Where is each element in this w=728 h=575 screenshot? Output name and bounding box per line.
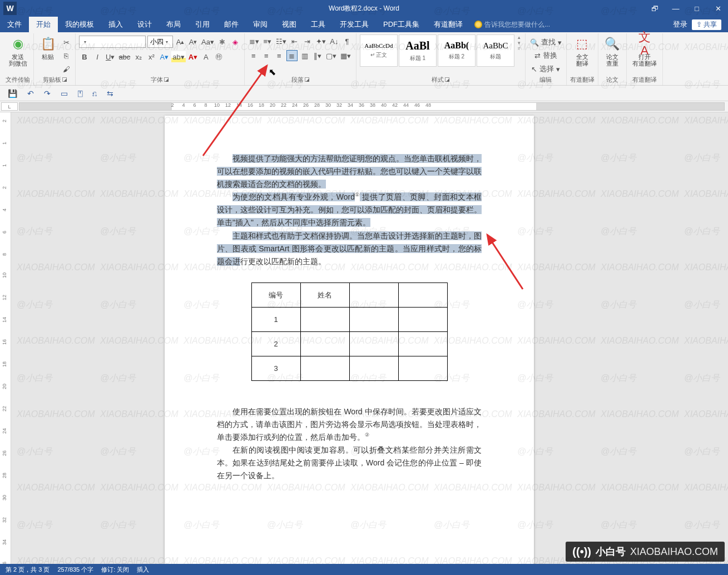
replace-button[interactable]: ⇄ 替换: [529, 50, 563, 61]
table-cell[interactable]: [398, 356, 447, 380]
document-table[interactable]: 编号姓名 1 2 3: [251, 282, 448, 381]
tab-developer[interactable]: 开发工具: [333, 17, 376, 32]
subscript-button[interactable]: x₂: [133, 51, 144, 62]
full-translate-button[interactable]: ⬚全文 翻译: [572, 34, 593, 68]
style-title[interactable]: AaBbC标题: [477, 34, 514, 67]
sort-button[interactable]: A↓: [329, 36, 340, 47]
style-heading1[interactable]: AaBl标题 1: [399, 34, 437, 67]
numbering-button[interactable]: ≡▾: [262, 36, 273, 47]
tab-pdf[interactable]: PDF工具集: [376, 17, 427, 32]
status-page[interactable]: 第 2 页，共 3 页: [6, 566, 49, 574]
qat-f3-button[interactable]: ⇆: [107, 89, 113, 98]
change-case-button[interactable]: Aa▾: [200, 36, 215, 47]
tell-me-box[interactable]: 告诉我您想要做什么...: [470, 17, 666, 32]
tab-youdao[interactable]: 有道翻译: [427, 17, 470, 32]
copy-button[interactable]: ⎘: [61, 50, 72, 61]
strike-button[interactable]: abc: [117, 51, 131, 62]
table-cell[interactable]: [398, 282, 447, 307]
selected-text[interactable]: 视频提供了功能强大的方法帮助您证明您的观点。当您单击联机视频时，可以在想要添加的…: [217, 154, 482, 189]
table-cell[interactable]: [349, 356, 398, 380]
justify-button[interactable]: ≣: [286, 50, 298, 61]
text-effects-button[interactable]: A▾: [159, 51, 170, 62]
status-wordcount[interactable]: 257/835 个字: [57, 566, 93, 574]
dialog-launcher-icon[interactable]: [445, 77, 449, 82]
table-cell[interactable]: 1: [251, 307, 300, 331]
body-paragraph[interactable]: 使用在需要位置出现的新按钮在 Word 中保存时间。若要更改图片适应文档的方式，…: [217, 405, 482, 444]
dialog-launcher-icon[interactable]: [164, 77, 169, 82]
multilevel-list-button[interactable]: ☷▾: [275, 36, 288, 47]
qat-f1-button[interactable]: ⍞: [78, 89, 82, 98]
shading-button[interactable]: ▢▾: [325, 50, 338, 61]
qat-undo-button[interactable]: ↶: [27, 89, 34, 98]
qat-redo-button[interactable]: ↷: [44, 89, 51, 98]
find-button[interactable]: 🔍 查找 ▾: [529, 37, 563, 48]
tab-review[interactable]: 审阅: [246, 17, 275, 32]
table-cell[interactable]: [398, 331, 447, 356]
table-cell[interactable]: [349, 307, 398, 331]
font-color-button[interactable]: A▾: [187, 51, 199, 62]
clear-format-button[interactable]: ◈: [230, 36, 241, 47]
tab-insert[interactable]: 插入: [101, 17, 130, 32]
tab-file[interactable]: 文件: [0, 17, 29, 32]
tab-selector[interactable]: L: [1, 102, 18, 111]
table-cell[interactable]: [349, 282, 398, 307]
align-right-button[interactable]: ≡: [274, 50, 285, 61]
table-cell[interactable]: 2: [251, 331, 300, 356]
font-name-combo[interactable]: ▾: [79, 36, 146, 48]
font-size-combo[interactable]: 小四▾: [147, 36, 173, 48]
document-area[interactable]: 2112468101214161820222426283032343638 视频…: [0, 112, 728, 564]
style-heading2[interactable]: AaBb(标题 2: [438, 34, 476, 67]
table-cell[interactable]: [300, 356, 349, 380]
paste-button[interactable]: 📋粘贴: [37, 34, 58, 61]
enclose-char-button[interactable]: ㊕: [213, 51, 224, 62]
vertical-ruler[interactable]: 2112468101214161820222426283032343638: [0, 112, 11, 564]
table-header[interactable]: 编号: [251, 282, 300, 307]
grow-font-button[interactable]: A▴: [175, 36, 186, 47]
table-cell[interactable]: [398, 307, 447, 331]
qat-save-button[interactable]: 💾: [8, 89, 17, 98]
tab-mailings[interactable]: 邮件: [217, 17, 246, 32]
char-shading-button[interactable]: A: [200, 51, 211, 62]
style-gallery-more[interactable]: ▴▾▿: [517, 34, 522, 51]
tab-templates[interactable]: 我的模板: [58, 17, 101, 32]
tab-home[interactable]: 开始: [29, 17, 58, 32]
maximize-button[interactable]: □: [687, 1, 707, 16]
status-track[interactable]: 修订: 关闭: [101, 566, 129, 574]
minimize-button[interactable]: —: [666, 1, 686, 16]
table-cell[interactable]: [349, 331, 398, 356]
superscript-button[interactable]: x²: [146, 51, 157, 62]
select-button[interactable]: ↖ 选择 ▾: [529, 63, 563, 75]
open-youdao-button[interactable]: 文A打开 有道翻译: [630, 34, 659, 68]
style-gallery[interactable]: AaBbCcDd↵ 正文 AaBl标题 1 AaBb(标题 2 AaBbC标题: [360, 34, 514, 67]
style-normal[interactable]: AaBbCcDd↵ 正文: [360, 34, 398, 67]
line-spacing-button[interactable]: ‖▾: [312, 50, 323, 61]
share-button[interactable]: ⇪ 共享: [692, 19, 721, 30]
align-center-button[interactable]: ≡: [261, 50, 272, 61]
ribbon-display-icon[interactable]: 🗗: [645, 1, 665, 16]
status-insert[interactable]: 插入: [137, 566, 149, 574]
format-painter-button[interactable]: 🖌: [61, 63, 72, 75]
table-cell[interactable]: [300, 331, 349, 356]
distribute-button[interactable]: ▥: [299, 50, 310, 61]
login-link[interactable]: 登录: [673, 19, 687, 29]
shrink-font-button[interactable]: A▾: [187, 36, 199, 47]
tab-view[interactable]: 视图: [275, 17, 304, 32]
tab-references[interactable]: 引用: [188, 17, 217, 32]
underline-button[interactable]: U▾: [105, 51, 116, 62]
bold-button[interactable]: B: [79, 51, 90, 62]
dialog-launcher-icon[interactable]: [305, 77, 309, 82]
italic-button[interactable]: I: [92, 51, 103, 62]
align-left-button[interactable]: ≡: [248, 50, 259, 61]
phonetic-guide-button[interactable]: ✱: [217, 36, 228, 47]
table-header[interactable]: 姓名: [300, 282, 349, 307]
qat-f2-button[interactable]: ⎌: [92, 89, 97, 98]
qat-open-button[interactable]: ▭: [61, 89, 68, 98]
table-cell[interactable]: [300, 307, 349, 331]
highlight-button[interactable]: ab▾: [171, 51, 185, 62]
bullets-button[interactable]: ≣▾: [248, 36, 260, 47]
borders-button[interactable]: ▦▾: [339, 50, 352, 61]
document-body[interactable]: 视频提供了功能强大的方法帮助您证明您的观点。当您单击联机视频时，可以在想要添加的…: [217, 152, 482, 482]
asian-layout-button[interactable]: ✦▾: [315, 36, 327, 47]
tab-design[interactable]: 设计: [130, 17, 159, 32]
tab-tools[interactable]: 工具: [304, 17, 333, 32]
